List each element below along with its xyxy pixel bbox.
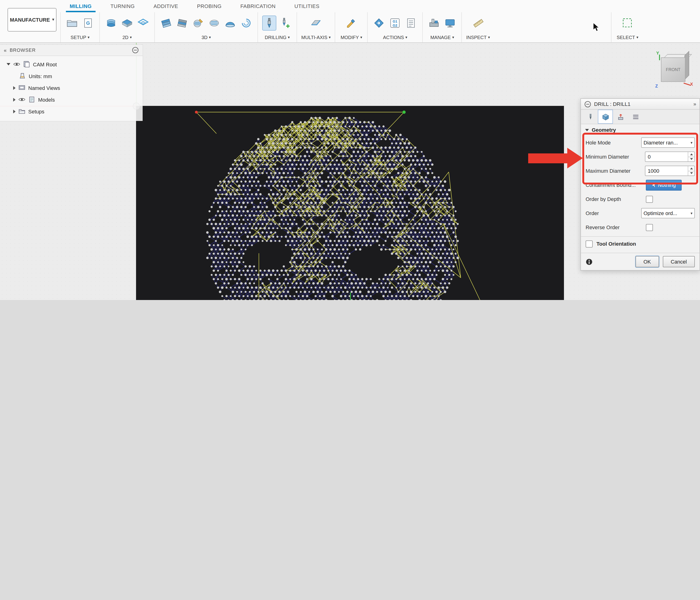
- visibility-eye-icon[interactable]: [18, 96, 25, 103]
- collapsed-caret-icon[interactable]: [13, 98, 16, 101]
- group-label-3d[interactable]: 3D▾: [201, 35, 211, 41]
- heights-tab[interactable]: [613, 110, 628, 124]
- measure-button[interactable]: [471, 16, 485, 31]
- viewport-canvas[interactable]: [136, 106, 564, 300]
- parallel-button[interactable]: [191, 16, 205, 31]
- maximum-diameter-label: Maximum Diameter: [585, 168, 645, 174]
- swarf-button[interactable]: [309, 16, 323, 31]
- tree-item-models[interactable]: Models: [0, 94, 143, 105]
- tree-item-named-views[interactable]: Named Views: [0, 82, 143, 94]
- geometry-section-header[interactable]: Geometry: [581, 124, 700, 135]
- tab-milling[interactable]: MILLING: [60, 0, 101, 12]
- spin-down-button[interactable]: [688, 171, 694, 176]
- group-label-setup[interactable]: SETUP▾: [71, 35, 90, 41]
- 2d-contour-button[interactable]: [136, 16, 150, 31]
- cycle-tab[interactable]: [628, 110, 643, 124]
- steep-and-shallow-button[interactable]: [207, 16, 221, 31]
- machine-library-button[interactable]: [427, 16, 441, 31]
- group-label-2d[interactable]: 2D▾: [122, 35, 132, 41]
- spin-down-icon: [690, 173, 693, 174]
- g2-text: G2: [393, 24, 398, 27]
- models-icon: [28, 96, 35, 103]
- tab-turning[interactable]: TURNING: [101, 0, 144, 12]
- group-inspect: INSPECT▾: [461, 12, 494, 42]
- order-select[interactable]: Optimize ord... ▾: [641, 208, 695, 218]
- swarf-icon: [310, 18, 322, 29]
- tool-tab[interactable]: [583, 110, 598, 124]
- geometry-tab[interactable]: [598, 110, 613, 124]
- expand-caret-icon[interactable]: [7, 63, 10, 66]
- scallop-button[interactable]: [223, 16, 237, 31]
- group-label-modify[interactable]: MODIFY▾: [341, 35, 362, 41]
- hole-mode-select[interactable]: Diameter ran... ▾: [641, 137, 695, 148]
- group-label-actions[interactable]: ACTIONS▾: [383, 35, 407, 41]
- face-button[interactable]: [120, 16, 134, 31]
- dialog-header[interactable]: DRILL : DRILL1 »: [581, 99, 700, 110]
- collapsed-caret-icon[interactable]: [13, 86, 16, 90]
- reverse-order-checkbox[interactable]: [646, 224, 653, 231]
- tab-utilities[interactable]: UTILITIES: [285, 0, 329, 12]
- 2d-pocket-icon: [105, 18, 117, 29]
- tree-item-units[interactable]: Units: mm: [0, 70, 143, 82]
- group-setup: G SETUP▾: [60, 12, 99, 42]
- tree-item-setups[interactable]: Setups: [0, 105, 143, 117]
- pocket-clearing-button[interactable]: [175, 16, 189, 31]
- minimum-diameter-row: Minimum Diameter 0: [581, 150, 700, 164]
- cancel-button[interactable]: Cancel: [663, 256, 695, 267]
- tool-library-button[interactable]: [443, 16, 457, 31]
- new-gcode-button[interactable]: G: [81, 16, 95, 31]
- order-by-depth-label: Order by Depth: [585, 196, 646, 202]
- spin-up-button[interactable]: [688, 166, 694, 171]
- hole-mode-label: Hole Mode: [585, 140, 641, 146]
- maximum-diameter-input[interactable]: 1000: [645, 166, 695, 176]
- parallel-icon: [193, 18, 204, 29]
- viewcube-front-face[interactable]: FRONT: [661, 57, 685, 82]
- g1g2-button[interactable]: G1G2: [388, 16, 402, 31]
- tab-additive[interactable]: ADDITIVE: [144, 0, 188, 12]
- nc-program-button[interactable]: [404, 16, 418, 31]
- spin-down-button[interactable]: [688, 157, 694, 161]
- fusion-manufacture-window: MANUFACTURE ▾ MILLING TURNING ADDITIVE P…: [0, 0, 700, 300]
- steep-and-shallow-icon: [208, 18, 220, 29]
- spiral-button[interactable]: [239, 16, 253, 31]
- chevron-down-icon: ▾: [488, 35, 490, 39]
- group-label-inspect[interactable]: INSPECT▾: [466, 35, 490, 41]
- tab-probing[interactable]: PROBING: [188, 0, 231, 12]
- tab-fabrication[interactable]: FABRICATION: [231, 0, 285, 12]
- order-by-depth-checkbox[interactable]: [646, 195, 653, 203]
- group-label-select[interactable]: SELECT▾: [617, 35, 638, 41]
- minimize-panel-icon[interactable]: [132, 47, 139, 54]
- select-button[interactable]: [621, 16, 634, 31]
- collapsed-caret-icon[interactable]: [13, 109, 16, 113]
- visibility-eye-icon[interactable]: [13, 61, 20, 68]
- info-icon[interactable]: [585, 258, 593, 265]
- y-axis-label: Y: [656, 51, 659, 55]
- 2d-pocket-button[interactable]: [104, 16, 118, 31]
- ok-button[interactable]: OK: [635, 256, 659, 267]
- modify-toolpath-button[interactable]: [344, 16, 358, 31]
- order-by-depth-row: Order by Depth: [581, 192, 700, 206]
- add-drill-button[interactable]: [278, 16, 292, 31]
- ribbon-tabs: MILLING TURNING ADDITIVE PROBING FABRICA…: [60, 0, 329, 12]
- drill-icon: [264, 18, 275, 29]
- new-setup-button[interactable]: [65, 16, 79, 31]
- post-process-button[interactable]: [372, 16, 386, 31]
- containment-boundary-button[interactable]: Nothing: [646, 180, 682, 190]
- section-expand-icon[interactable]: [585, 129, 589, 131]
- group-label-multi-axis[interactable]: MULTI-AXIS▾: [301, 35, 331, 41]
- cam-root-icon: [23, 61, 30, 68]
- tool-orientation-checkbox[interactable]: [585, 240, 593, 247]
- chevron-down-icon: ▾: [52, 18, 54, 22]
- collapse-right-icon[interactable]: »: [693, 101, 696, 107]
- adaptive-clearing-button[interactable]: [159, 16, 173, 31]
- drill-button[interactable]: [262, 16, 276, 31]
- workspace-switcher-button[interactable]: MANUFACTURE ▾: [7, 8, 56, 31]
- group-label-manage[interactable]: MANAGE▾: [430, 35, 454, 41]
- tree-item-cam-root[interactable]: CAM Root: [0, 58, 143, 70]
- viewcube[interactable]: FRONT Y X Z: [655, 51, 696, 91]
- group-label-drilling[interactable]: DRILLING▾: [265, 35, 290, 41]
- minimum-diameter-input[interactable]: 0: [645, 152, 695, 162]
- spin-up-button[interactable]: [688, 152, 694, 157]
- y-axis-tick: [659, 55, 660, 60]
- collapse-left-icon[interactable]: «: [4, 47, 7, 53]
